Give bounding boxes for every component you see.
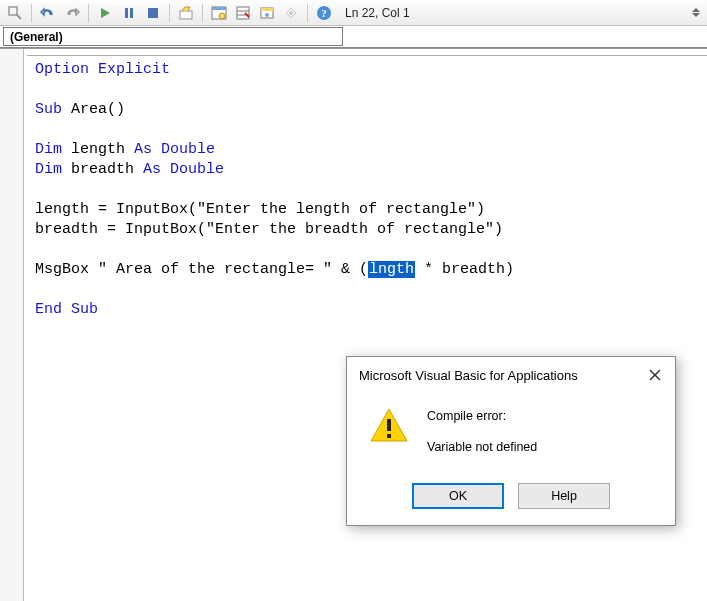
kw: End [35, 301, 62, 318]
help-icon[interactable]: ? [313, 2, 335, 24]
code-line: breadth = InputBox("Enter the breadth of… [35, 221, 503, 238]
svg-rect-3 [125, 8, 128, 18]
svg-marker-2 [101, 8, 110, 18]
kw: Sub [71, 301, 98, 318]
break-icon[interactable] [118, 2, 140, 24]
svg-point-9 [219, 13, 225, 19]
close-icon[interactable] [645, 365, 665, 385]
separator [202, 4, 203, 22]
design-mode-icon[interactable] [175, 2, 197, 24]
svg-rect-6 [180, 11, 192, 19]
scope-bar: (General) [0, 26, 707, 48]
cursor-position: Ln 22, Col 1 [345, 6, 410, 20]
help-button[interactable]: Help [518, 483, 610, 509]
dialog-message: Compile error: Variable not defined [427, 407, 537, 457]
svg-point-15 [265, 13, 269, 17]
ident: length [71, 141, 125, 158]
kw: As [143, 161, 161, 178]
kw: Double [161, 141, 215, 158]
kw: Explicit [98, 61, 170, 78]
svg-text:?: ? [321, 7, 327, 19]
kw: Double [170, 161, 224, 178]
svg-rect-22 [387, 419, 391, 431]
separator [307, 4, 308, 22]
undo-icon[interactable] [37, 2, 59, 24]
dialog-line2: Variable not defined [427, 438, 537, 457]
scope-label: (General) [10, 30, 63, 44]
svg-rect-23 [387, 434, 391, 438]
warning-icon [369, 407, 409, 443]
code-line: MsgBox " Area of the rectangle= " & ( [35, 261, 368, 278]
dialog-line1: Compile error: [427, 407, 537, 426]
code-line: length = InputBox("Enter the length of r… [35, 201, 485, 218]
scope-dropdown[interactable]: (General) [3, 27, 343, 46]
error-dialog: Microsoft Visual Basic for Applications … [346, 356, 676, 526]
find-icon[interactable] [4, 2, 26, 24]
ok-button[interactable]: OK [412, 483, 504, 509]
svg-line-1 [16, 14, 21, 19]
svg-point-16 [289, 11, 293, 15]
kw: Sub [35, 101, 62, 118]
ident: Area() [71, 101, 125, 118]
svg-rect-0 [9, 7, 17, 15]
object-browser-icon[interactable] [256, 2, 278, 24]
kw: Dim [35, 141, 62, 158]
project-explorer-icon[interactable] [208, 2, 230, 24]
dialog-title: Microsoft Visual Basic for Applications [359, 368, 578, 383]
toolbox-icon[interactable] [280, 2, 302, 24]
svg-rect-8 [212, 7, 226, 10]
margin-indicator [0, 49, 24, 601]
separator [31, 4, 32, 22]
redo-icon[interactable] [61, 2, 83, 24]
error-highlight: lngth [368, 261, 415, 278]
ident: breadth [71, 161, 134, 178]
toolbar: ? Ln 22, Col 1 [0, 0, 707, 26]
separator [88, 4, 89, 22]
svg-rect-4 [130, 8, 133, 18]
kw: As [134, 141, 152, 158]
run-icon[interactable] [94, 2, 116, 24]
kw: Dim [35, 161, 62, 178]
toolbar-overflow[interactable] [689, 2, 703, 24]
reset-icon[interactable] [142, 2, 164, 24]
dialog-titlebar: Microsoft Visual Basic for Applications [347, 357, 675, 393]
code-line: * breadth) [415, 261, 514, 278]
svg-rect-14 [261, 8, 273, 11]
kw: Option [35, 61, 89, 78]
svg-rect-10 [237, 7, 249, 19]
properties-icon[interactable] [232, 2, 254, 24]
svg-rect-5 [148, 8, 158, 18]
separator [169, 4, 170, 22]
dialog-buttons: OK Help [347, 477, 675, 525]
dialog-body: Compile error: Variable not defined [347, 393, 675, 477]
